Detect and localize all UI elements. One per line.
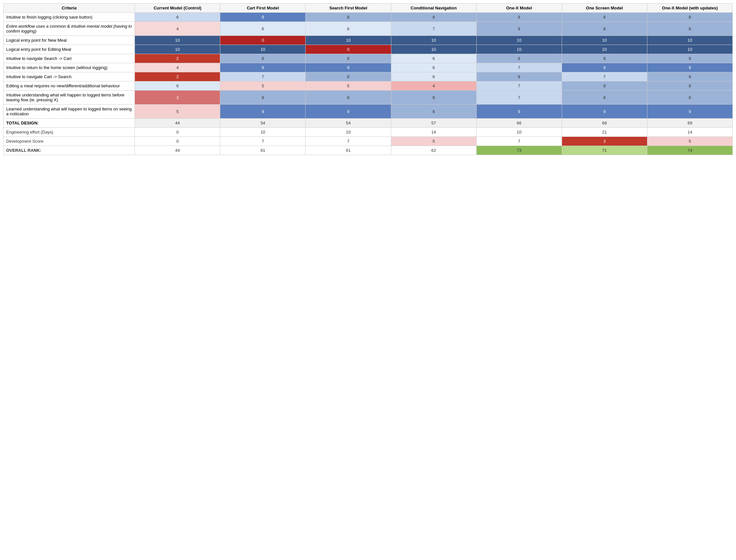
header-criteria: Criteria	[4, 4, 135, 13]
table-row: Entire workflow uses a common & intuitiv…	[4, 22, 733, 36]
data-cell: 10	[306, 36, 391, 45]
data-cell: 10	[562, 36, 647, 45]
total-cell: 44	[135, 119, 220, 128]
total-label: TOTAL DESIGN:	[4, 119, 135, 128]
data-cell: 9	[220, 63, 306, 72]
engineering-cell: 21	[562, 128, 647, 137]
total-cell: 54	[306, 119, 391, 128]
data-cell: 9	[306, 105, 391, 119]
data-cell: 8	[306, 54, 391, 63]
total-cell: 54	[220, 119, 306, 128]
data-cell: 8	[306, 91, 391, 105]
data-cell: 8	[476, 72, 562, 81]
table-row: Editing a meal requires no new/different…	[4, 81, 733, 91]
data-cell: 9	[476, 105, 562, 119]
data-cell: 8	[647, 81, 732, 91]
criteria-cell: Editing a meal requires no new/different…	[4, 81, 135, 91]
data-cell: 8	[220, 54, 306, 63]
criteria-cell: Entire workflow uses a common & intuitiv…	[4, 22, 135, 36]
data-cell: 7	[476, 91, 562, 105]
header-cart: Cart First Model	[220, 4, 306, 13]
dev-score-cell: 7	[220, 137, 306, 146]
table-row: Learned understanding what will happen t…	[4, 105, 733, 119]
data-cell: 7	[391, 22, 476, 36]
data-cell: 7	[476, 63, 562, 72]
engineering-label: Engineering effort (Days)	[4, 128, 135, 137]
data-cell: 8	[391, 13, 476, 22]
total-cell: 57	[391, 119, 476, 128]
criteria-cell: Intuitive understanding what will happen…	[4, 91, 135, 105]
data-cell: 10	[647, 36, 732, 45]
dev-score-cell: 5	[647, 137, 732, 146]
data-cell: 4	[135, 22, 220, 36]
header-current: Current Model (Control)	[135, 4, 220, 13]
total-cell: 66	[476, 119, 562, 128]
comparison-table: Criteria Current Model (Control) Cart Fi…	[3, 3, 733, 155]
total-row: TOTAL DESIGN:44545457666869	[4, 119, 733, 128]
engineering-row: Engineering effort (Days)0101014102114	[4, 128, 733, 137]
dev-score-row: Development Score0775735	[4, 137, 733, 146]
data-cell: 2	[135, 72, 220, 81]
data-cell: 10	[476, 45, 562, 54]
dev-score-cell: 0	[135, 137, 220, 146]
data-cell: 9	[647, 63, 732, 72]
data-cell: 9	[306, 63, 391, 72]
data-cell: 5	[135, 105, 220, 119]
criteria-cell: Learned understanding what will happen t…	[4, 105, 135, 119]
data-cell: 8	[647, 54, 732, 63]
data-cell: 5	[220, 81, 306, 91]
data-cell: 5	[306, 81, 391, 91]
overall-rank-cell: 73	[476, 146, 562, 155]
data-cell: 10	[647, 45, 732, 54]
data-cell: 10	[135, 45, 220, 54]
criteria-cell: Logical entry point for New Meal	[4, 36, 135, 45]
data-cell: 8	[562, 13, 647, 22]
data-cell: 0	[306, 45, 391, 54]
header-onex: One-X Model	[476, 4, 562, 13]
data-cell: 8	[306, 72, 391, 81]
data-cell: 10	[391, 36, 476, 45]
table-row: Intuitive understanding what will happen…	[4, 91, 733, 105]
criteria-cell: Intuitive to navigate Search -> Cart	[4, 54, 135, 63]
header-conditional: Conditional Navigation	[391, 4, 476, 13]
data-cell: 7	[220, 72, 306, 81]
header-onescreen: One Screen Model	[562, 4, 647, 13]
table-row: Logical entry point for New Meal10010101…	[4, 36, 733, 45]
data-cell: 6	[391, 72, 476, 81]
data-cell: 6	[391, 54, 476, 63]
header-onex-updates: One-X Model (with updates)	[647, 4, 732, 13]
overall-rank-cell: 44	[135, 146, 220, 155]
overall-rank-label: OVERALL RANK:	[4, 146, 135, 155]
data-cell: 2	[135, 54, 220, 63]
table-row: Intuitive to return to the home screen (…	[4, 63, 733, 72]
criteria-cell: Intuitive to navigate Cart -> Search	[4, 72, 135, 81]
overall-rank-cell: 71	[562, 146, 647, 155]
data-cell: 9	[220, 13, 306, 22]
dev-score-cell: 5	[391, 137, 476, 146]
data-cell: 3	[135, 91, 220, 105]
data-cell: 6	[306, 22, 391, 36]
data-cell: 8	[647, 22, 732, 36]
data-cell: 10	[220, 45, 306, 54]
data-cell: 10	[562, 45, 647, 54]
data-cell: 8	[306, 13, 391, 22]
data-cell: 8	[476, 54, 562, 63]
total-cell: 69	[647, 119, 732, 128]
data-cell: 4	[391, 81, 476, 91]
data-cell: 8	[562, 54, 647, 63]
data-cell: 6	[135, 81, 220, 91]
data-cell: 8	[562, 22, 647, 36]
dev-score-cell: 3	[562, 137, 647, 146]
data-cell: 9	[562, 105, 647, 119]
engineering-cell: 14	[647, 128, 732, 137]
dev-score-cell: 7	[476, 137, 562, 146]
overall-rank-row: OVERALL RANK:44616162737174	[4, 146, 733, 155]
data-cell: 8	[220, 91, 306, 105]
data-cell: 4	[135, 63, 220, 72]
dev-score-label: Development Score	[4, 137, 135, 146]
data-cell: 8	[647, 91, 732, 105]
table-row: Logical entry point for Editing Meal1010…	[4, 45, 733, 54]
engineering-cell: 14	[391, 128, 476, 137]
data-cell: 7	[562, 72, 647, 81]
engineering-cell: 0	[135, 128, 220, 137]
